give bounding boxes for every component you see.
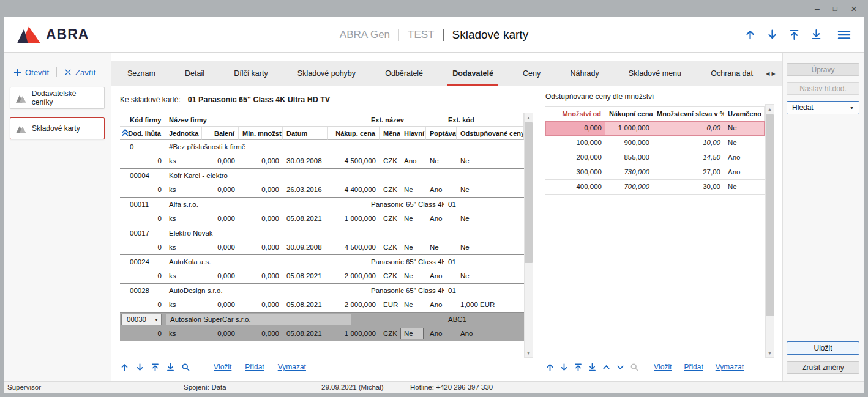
supplier-record[interactable]: 00030▼ Autosalon SuperCar s.r.o. ABC1 0 …	[120, 313, 524, 341]
last-record-button[interactable]	[588, 363, 597, 372]
column-header-mena[interactable]: Měna	[380, 127, 400, 140]
column-header-hlavni[interactable]: Hlavní	[400, 127, 426, 140]
cell-hlavni: Ne	[400, 183, 426, 197]
search-button[interactable]: Hledat ▼	[787, 101, 859, 114]
cell-ext-nazev: Panasonic 65" Class 4K Ul	[367, 255, 444, 269]
app-name: ABRA Gen	[340, 29, 390, 41]
last-record-button[interactable]	[810, 29, 822, 40]
edit-button[interactable]: Úpravy	[787, 63, 859, 76]
tab-skladove-menu[interactable]: Skladové menu	[623, 61, 687, 86]
close-button[interactable]: ×	[851, 4, 857, 14]
sidebar-item-dodavatelske-ceniky[interactable]: Dodavatelské ceníky	[10, 87, 105, 109]
close-card-button[interactable]: Zavřít	[64, 68, 95, 77]
scroll-track[interactable]	[766, 113, 774, 349]
column-header-mnozstevni-sleva[interactable]: Množstevní sleva v %	[653, 107, 724, 121]
search-records-button[interactable]	[630, 363, 639, 372]
tab-scroll-left-icon[interactable]: ◀	[766, 71, 769, 76]
insert-link[interactable]: Vložit	[214, 363, 231, 371]
cell-ext-kod: 01	[444, 255, 524, 269]
column-header-kod-firmy[interactable]: Kód firmy	[120, 113, 165, 127]
sidebar-item-label: Dodavatelské ceníky	[32, 89, 99, 106]
prev-record-button[interactable]	[545, 363, 555, 372]
cancel-changes-button[interactable]: Zrušit změny	[787, 361, 859, 374]
supplier-record[interactable]: 00004▼ Kofr Karel - elektro 0 ks 0,000 0…	[120, 169, 524, 198]
shift-row-up-button[interactable]	[602, 363, 611, 372]
tab-nahrady[interactable]: Náhrady	[564, 61, 605, 86]
column-header-ext-kod[interactable]: Ext. kód	[444, 113, 524, 127]
scroll-thumb[interactable]	[766, 114, 774, 316]
tab-seznam[interactable]: Seznam	[121, 61, 162, 86]
column-header-baleni[interactable]: Balení	[202, 127, 239, 140]
supplier-record[interactable]: 00024▼ AutoKola a.s. Panasonic 65" Class…	[120, 255, 524, 284]
prev-record-button[interactable]	[120, 363, 129, 372]
shift-row-down-button[interactable]	[616, 363, 625, 372]
delete-link[interactable]: Vymazat	[278, 363, 306, 371]
scroll-up-arrow[interactable]: ▲	[766, 105, 774, 113]
scroll-down-arrow[interactable]: ▼	[766, 349, 774, 357]
sidebar-items: Dodavatelské ceníky Skladové karty	[10, 87, 105, 139]
price-row[interactable]: 400,000 700,000 30,00 Ne	[545, 180, 765, 195]
scroll-thumb[interactable]	[525, 122, 533, 263]
minimize-button[interactable]: –	[815, 4, 820, 13]
supplier-record[interactable]: 00028▼ AutoDesign s.r.o. Panasonic 65" C…	[120, 284, 524, 313]
price-row[interactable]: 100,000 900,000 10,00 Ne	[545, 136, 765, 150]
column-header-jednotka[interactable]: Jednotka	[165, 127, 202, 140]
tab-dilci-karty[interactable]: Dílčí karty	[228, 61, 274, 86]
column-header-nazev-firmy[interactable]: Název firmy	[165, 113, 367, 127]
first-record-button[interactable]	[574, 363, 583, 372]
add-link[interactable]: Přidat	[245, 363, 264, 371]
next-record-button[interactable]	[559, 363, 569, 372]
column-header-nakup-cena[interactable]: Nákup. cena	[328, 127, 380, 140]
column-header-nakupni-cena[interactable]: Nákupní cena	[605, 107, 653, 121]
cell-dod-lhuta: 0	[120, 269, 165, 283]
column-header-uzamceno[interactable]: Uzamčeno	[724, 107, 765, 121]
set-main-supplier-button[interactable]: Nastav hl.dod.	[787, 82, 859, 95]
first-record-button[interactable]	[151, 363, 160, 372]
next-record-button[interactable]	[135, 363, 144, 372]
price-row[interactable]: 300,000 730,000 27,00 Ano	[545, 165, 765, 180]
search-records-button[interactable]	[181, 363, 190, 372]
sidebar-item-skladove-karty[interactable]: Skladové karty	[10, 117, 105, 139]
scroll-track[interactable]	[525, 122, 533, 349]
main-menu-button[interactable]	[837, 29, 851, 40]
tab-dodavatele[interactable]: Dodavatelé	[446, 61, 499, 86]
vertical-scrollbar[interactable]: ▲ ▼	[524, 113, 533, 358]
price-row[interactable]: 200,000 855,000 14,50 Ano	[545, 150, 765, 165]
column-header-poptavat[interactable]: Poptávat	[426, 127, 457, 140]
price-row[interactable]: 0,000 1 000,000 0,00 Ne	[545, 121, 765, 136]
insert-link[interactable]: Vložit	[654, 363, 672, 371]
tab-skladove-pohyby[interactable]: Skladové pohyby	[291, 61, 362, 86]
column-header-mnozstvi-od[interactable]: Množství od	[545, 107, 605, 121]
tab-odberatele[interactable]: Odběratelé	[379, 61, 429, 86]
supplier-record[interactable]: 0▼ #Bez příslušnosti k firmě 0 ks 0,000 …	[120, 140, 524, 169]
cell-nazev-firmy: AutoKola a.s.	[165, 255, 367, 269]
dropdown-arrow-icon[interactable]: ▼	[154, 314, 159, 325]
cell-mnozstevni-sleva: 30,00	[653, 180, 724, 194]
scroll-down-arrow[interactable]: ▼	[525, 349, 533, 357]
cell-dod-lhuta: 0	[120, 183, 165, 197]
supplier-line-1: 0▼ #Bez příslušnosti k firmě	[120, 140, 524, 154]
supplier-record[interactable]: 00017▼ Elektro Novak 0 ks 0,000 0,000 30…	[120, 226, 524, 255]
column-header-odstupnovane-ceny[interactable]: Odstupňované ceny	[457, 127, 524, 140]
vertical-scrollbar[interactable]: ▲ ▼	[765, 104, 774, 358]
add-link[interactable]: Přidat	[684, 363, 703, 371]
column-header-ext-nazev[interactable]: Ext. název	[367, 113, 444, 127]
save-button[interactable]: Uložit	[787, 341, 859, 355]
prev-record-button[interactable]	[744, 29, 756, 40]
sort-double-chevron-up-icon[interactable]	[121, 128, 130, 137]
column-header-min-mnozstvi[interactable]: Min. množství	[239, 127, 283, 140]
supplier-record[interactable]: 00011▼ Alfa s.r.o. Panasonic 65" Class 4…	[120, 198, 524, 226]
scroll-up-arrow[interactable]: ▲	[525, 113, 533, 122]
tab-scroll-right-icon[interactable]: ▶	[772, 71, 776, 76]
first-record-button[interactable]	[788, 29, 800, 40]
cell-kod-firmy: 00030▼	[121, 314, 162, 325]
open-button[interactable]: Otevřít	[13, 68, 49, 77]
tab-ochrana-dat[interactable]: Ochrana dat	[705, 61, 759, 86]
last-record-button[interactable]	[166, 363, 175, 372]
next-record-button[interactable]	[766, 29, 778, 40]
tab-detail[interactable]: Detail	[179, 61, 211, 86]
delete-link[interactable]: Vymazat	[716, 363, 744, 371]
column-header-datum[interactable]: Datum	[283, 127, 328, 140]
tab-ceny[interactable]: Ceny	[517, 61, 547, 86]
maximize-button[interactable]: □	[833, 5, 837, 12]
